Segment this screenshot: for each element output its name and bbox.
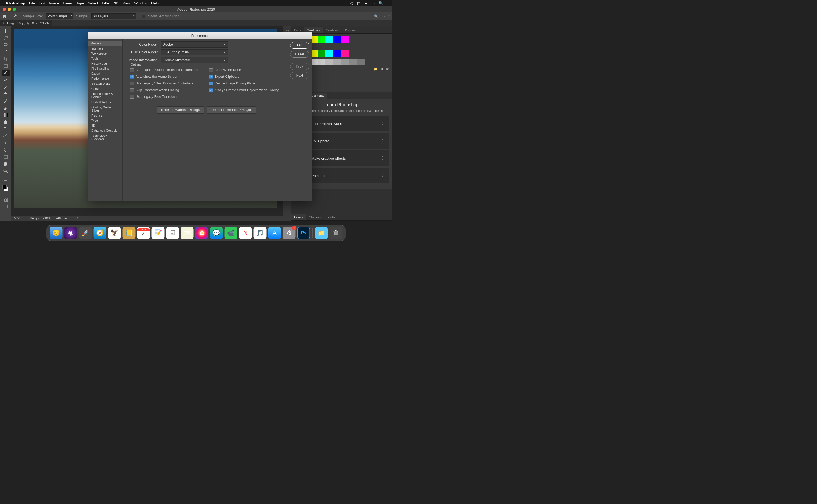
screen-mode-icon[interactable] [2, 204, 10, 210]
pref-option[interactable]: Use Legacy Free Transform [130, 95, 203, 99]
finder-icon[interactable]: 😊 [50, 227, 63, 239]
checkbox[interactable] [130, 82, 134, 85]
spotlight-icon[interactable]: 🔍 [379, 1, 383, 5]
pref-cat-guides-grid-slices[interactable]: Guides, Grid & Slices [88, 105, 122, 113]
notes-icon[interactable]: 📝 [152, 227, 164, 239]
tab-paths[interactable]: Paths [325, 214, 338, 220]
swatch[interactable] [318, 36, 325, 43]
panel-pin-icon[interactable]: ◂◂ [286, 29, 289, 32]
cc-icon[interactable]: ◎ [350, 1, 353, 5]
new-swatch-icon[interactable]: ⊞ [380, 67, 383, 71]
pref-dropdown[interactable]: Adobe [161, 41, 228, 48]
share-icon[interactable]: ⤴ [388, 14, 390, 18]
pref-option[interactable]: ✓Export Clipboard [209, 75, 283, 79]
menu-file[interactable]: File [29, 1, 35, 5]
menu-3d[interactable]: 3D [114, 1, 119, 5]
close-window-button[interactable] [3, 8, 6, 11]
doc-info[interactable]: 3840 px x 2160 px (240 ppi) [29, 216, 67, 220]
checkbox[interactable]: ✓ [130, 75, 134, 79]
hand-tool[interactable] [2, 161, 10, 167]
reminders-icon[interactable]: ☑ [166, 227, 179, 239]
lasso-tool[interactable] [2, 42, 10, 48]
pref-cat-export[interactable]: Export [88, 71, 122, 76]
path-select-tool[interactable] [2, 147, 10, 153]
menu-window[interactable]: Window [134, 1, 147, 5]
minimize-window-button[interactable] [8, 8, 11, 11]
info-arrow-icon[interactable]: 〉 [77, 216, 80, 220]
stamp-tool[interactable] [2, 91, 10, 97]
pref-cat-file-handling[interactable]: File Handling [88, 66, 122, 71]
appstore-icon[interactable]: A [268, 227, 281, 239]
healing-tool[interactable] [2, 77, 10, 83]
checkbox[interactable]: ✓ [209, 75, 213, 79]
checkbox[interactable] [209, 68, 213, 72]
siri-icon[interactable]: ◉ [64, 227, 77, 239]
prev-button[interactable]: Prev [290, 63, 309, 70]
color-swatches[interactable] [2, 184, 10, 192]
pref-cat-plug-ins[interactable]: Plug-Ins [88, 113, 122, 118]
tab-patterns[interactable]: Patterns [342, 27, 359, 33]
pref-cat-interface[interactable]: Interface [88, 46, 122, 51]
show-sampling-ring-checkbox[interactable] [142, 15, 145, 18]
zoom-level[interactable]: 50% [14, 216, 20, 220]
pref-option[interactable]: Use Legacy "New Document" Interface [130, 81, 203, 85]
swatch[interactable] [357, 59, 365, 65]
hamburger-icon[interactable]: ≡ [387, 1, 389, 5]
pref-option[interactable]: ✓Auto show the Home Screen [130, 75, 203, 79]
messages-icon[interactable]: 💬 [210, 227, 223, 239]
tab-layers[interactable]: Layers [291, 214, 306, 220]
bluetooth-icon[interactable]: ➤ [364, 1, 367, 5]
document-tab[interactable]: × Image_13.jpg @ 50% (RGB/8) [0, 20, 51, 26]
home-icon[interactable] [2, 14, 7, 18]
workspace-icon[interactable]: ▭ [382, 14, 385, 18]
calendar-icon[interactable]: NOV4 [137, 227, 150, 239]
contacts-icon[interactable]: 📒 [123, 227, 135, 239]
pref-cat-general[interactable]: General [88, 41, 122, 46]
notify-icon[interactable]: ▤ [357, 1, 360, 5]
eraser-tool[interactable] [2, 105, 10, 111]
pref-cat-performance[interactable]: Performance [88, 76, 122, 81]
swatch[interactable] [341, 59, 349, 65]
checkbox[interactable]: ✓ [209, 88, 213, 92]
tab-gradients[interactable]: Gradients [323, 27, 342, 33]
swatch[interactable] [318, 50, 325, 57]
pref-cat-scratch-disks[interactable]: Scratch Disks [88, 81, 122, 86]
folder-icon[interactable]: 📁 [373, 67, 377, 71]
sample-size-select[interactable]: Point Sample [46, 13, 73, 19]
reset-on-quit-button[interactable]: Reset Preferences On Quit [207, 106, 256, 114]
pref-option[interactable]: Auto-Update Open File-based Documents [130, 68, 203, 72]
launchpad-icon[interactable]: 🚀 [79, 227, 92, 239]
music-icon[interactable]: 🎵 [254, 227, 267, 239]
facetime-icon[interactable]: 📹 [225, 227, 238, 239]
frame-tool[interactable] [2, 63, 10, 69]
photos-icon[interactable]: ✿ [195, 227, 208, 239]
photoshop-icon[interactable]: Ps [297, 227, 310, 239]
eyedropper-tool[interactable] [2, 70, 10, 76]
menu-filter[interactable]: Filter [102, 1, 110, 5]
pref-cat-tools[interactable]: Tools [88, 56, 122, 61]
menu-edit[interactable]: Edit [39, 1, 45, 5]
quick-mask-icon[interactable] [2, 197, 10, 203]
news-icon[interactable]: N [239, 227, 252, 239]
pref-cat-transparency-gamut[interactable]: Transparency & Gamut [88, 91, 122, 100]
eyedropper-icon[interactable] [13, 14, 17, 18]
pref-option[interactable]: ✓Always Create Smart Objects when Placin… [209, 88, 283, 92]
pref-dropdown[interactable]: Hue Strip (Small) [161, 49, 228, 55]
checkbox[interactable] [130, 68, 134, 72]
pref-cat-cursors[interactable]: Cursors [88, 86, 122, 91]
pref-dropdown[interactable]: Bicubic Automatic [161, 57, 228, 63]
mail-icon[interactable]: 🦅 [108, 227, 121, 239]
pref-cat-technology-previews[interactable]: Technology Previews [88, 133, 122, 142]
blur-tool[interactable] [2, 119, 10, 125]
menu-select[interactable]: Select [88, 1, 98, 5]
swatch[interactable] [349, 59, 357, 65]
more-tools-icon[interactable]: ⋯ [2, 177, 10, 183]
swatch[interactable] [333, 36, 341, 43]
pen-tool[interactable] [2, 133, 10, 139]
ok-button[interactable]: OK [290, 42, 309, 49]
checkbox[interactable] [130, 88, 134, 92]
pref-cat-units-rulers[interactable]: Units & Rulers [88, 100, 122, 105]
tab-channels[interactable]: Channels [306, 214, 325, 220]
move-tool[interactable] [2, 28, 10, 34]
trash-icon[interactable]: 🗑 [330, 227, 342, 239]
